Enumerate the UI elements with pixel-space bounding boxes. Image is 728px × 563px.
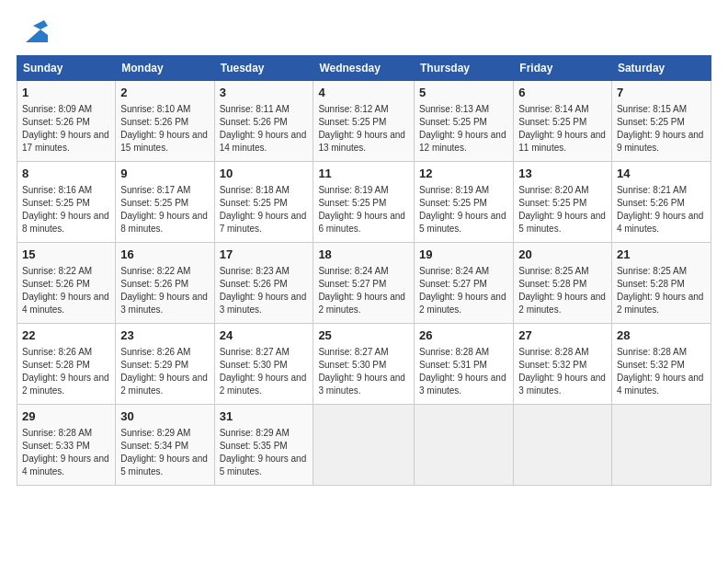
day-number: 12 <box>419 166 508 182</box>
calendar-cell-day-22: 22 Sunrise: 8:26 AM Sunset: 5:28 PM Dayl… <box>17 324 116 405</box>
sunrise: Sunrise: 8:25 AM <box>518 266 588 276</box>
day-number: 24 <box>220 327 309 344</box>
sunrise: Sunrise: 8:24 AM <box>318 266 388 276</box>
empty-cell <box>611 405 711 486</box>
calendar-week-4: 29 Sunrise: 8:28 AM Sunset: 5:33 PM Dayl… <box>17 405 711 486</box>
day-number: 16 <box>120 247 209 263</box>
empty-cell <box>313 405 415 486</box>
day-number: 29 <box>22 408 110 425</box>
sunrise: Sunrise: 8:23 AM <box>220 266 290 276</box>
daylight: Daylight: 9 hours and 5 minutes. <box>220 454 307 477</box>
calendar-body: 1 Sunrise: 8:09 AM Sunset: 5:26 PM Dayli… <box>17 81 711 486</box>
daylight: Daylight: 9 hours and 4 minutes. <box>617 373 704 396</box>
sunrise: Sunrise: 8:26 AM <box>120 347 190 357</box>
daylight: Daylight: 9 hours and 2 minutes. <box>220 373 307 396</box>
day-number: 25 <box>318 327 409 344</box>
sunrise: Sunrise: 8:25 AM <box>617 266 687 276</box>
sunset: Sunset: 5:25 PM <box>419 117 487 127</box>
sunrise: Sunrise: 8:24 AM <box>419 266 489 276</box>
calendar-cell-day-1: 1 Sunrise: 8:09 AM Sunset: 5:26 PM Dayli… <box>17 81 116 162</box>
daylight: Daylight: 9 hours and 7 minutes. <box>220 211 307 234</box>
day-header-sunday: Sunday <box>17 56 116 81</box>
calendar-cell-day-7: 7 Sunrise: 8:15 AM Sunset: 5:25 PM Dayli… <box>611 81 711 162</box>
day-number: 9 <box>120 166 209 182</box>
calendar-cell-day-28: 28 Sunrise: 8:28 AM Sunset: 5:32 PM Dayl… <box>611 324 711 405</box>
daylight: Daylight: 9 hours and 2 minutes. <box>318 292 405 315</box>
empty-cell <box>414 405 513 486</box>
daylight: Daylight: 9 hours and 2 minutes. <box>518 292 606 315</box>
page: SundayMondayTuesdayWednesdayThursdayFrid… <box>0 0 728 563</box>
calendar-cell-day-6: 6 Sunrise: 8:14 AM Sunset: 5:25 PM Dayli… <box>514 81 612 162</box>
daylight: Daylight: 9 hours and 6 minutes. <box>318 211 405 234</box>
sunset: Sunset: 5:26 PM <box>120 117 188 127</box>
daylight: Daylight: 9 hours and 3 minutes. <box>120 292 208 315</box>
day-header-thursday: Thursday <box>414 56 513 81</box>
sunset: Sunset: 5:32 PM <box>518 360 586 370</box>
sunset: Sunset: 5:25 PM <box>220 198 288 208</box>
daylight: Daylight: 9 hours and 3 minutes. <box>419 373 506 396</box>
sunrise: Sunrise: 8:14 AM <box>518 104 588 114</box>
sunset: Sunset: 5:26 PM <box>120 279 188 289</box>
calendar-cell-day-2: 2 Sunrise: 8:10 AM Sunset: 5:26 PM Dayli… <box>116 81 214 162</box>
day-number: 20 <box>518 247 607 263</box>
calendar-cell-day-8: 8 Sunrise: 8:16 AM Sunset: 5:25 PM Dayli… <box>17 162 116 243</box>
calendar-cell-day-4: 4 Sunrise: 8:12 AM Sunset: 5:25 PM Dayli… <box>313 81 415 162</box>
sunset: Sunset: 5:25 PM <box>22 198 90 208</box>
daylight: Daylight: 9 hours and 4 minutes. <box>617 211 704 234</box>
day-number: 27 <box>518 327 607 344</box>
daylight: Daylight: 9 hours and 15 minutes. <box>120 130 208 153</box>
sunset: Sunset: 5:26 PM <box>22 279 90 289</box>
daylight: Daylight: 9 hours and 5 minutes. <box>419 211 506 234</box>
daylight: Daylight: 9 hours and 3 minutes. <box>220 292 307 315</box>
daylight: Daylight: 9 hours and 14 minutes. <box>220 130 307 153</box>
sunset: Sunset: 5:25 PM <box>318 117 386 127</box>
sunset: Sunset: 5:26 PM <box>220 117 288 127</box>
sunrise: Sunrise: 8:10 AM <box>120 104 190 114</box>
sunrise: Sunrise: 8:16 AM <box>22 185 92 195</box>
daylight: Daylight: 9 hours and 5 minutes. <box>120 454 208 477</box>
day-header-saturday: Saturday <box>611 56 711 81</box>
day-header-friday: Friday <box>514 56 612 81</box>
sunset: Sunset: 5:30 PM <box>318 360 386 370</box>
sunrise: Sunrise: 8:27 AM <box>318 347 388 357</box>
daylight: Daylight: 9 hours and 4 minutes. <box>22 454 109 477</box>
calendar-cell-day-10: 10 Sunrise: 8:18 AM Sunset: 5:25 PM Dayl… <box>214 162 313 243</box>
daylight: Daylight: 9 hours and 2 minutes. <box>617 292 704 315</box>
day-number: 19 <box>419 247 508 263</box>
calendar-week-2: 15 Sunrise: 8:22 AM Sunset: 5:26 PM Dayl… <box>17 243 711 324</box>
day-number: 17 <box>220 247 309 263</box>
day-number: 23 <box>120 327 209 344</box>
sunset: Sunset: 5:30 PM <box>220 360 288 370</box>
sunrise: Sunrise: 8:13 AM <box>419 104 489 114</box>
header <box>17 17 711 46</box>
day-number: 1 <box>22 85 110 101</box>
calendar-cell-day-14: 14 Sunrise: 8:21 AM Sunset: 5:26 PM Dayl… <box>611 162 711 243</box>
sunset: Sunset: 5:28 PM <box>617 279 685 289</box>
calendar-cell-day-25: 25 Sunrise: 8:27 AM Sunset: 5:30 PM Dayl… <box>313 324 415 405</box>
day-number: 13 <box>518 166 607 182</box>
sunrise: Sunrise: 8:29 AM <box>120 428 190 438</box>
logo-icon <box>18 17 48 46</box>
calendar-cell-day-30: 30 Sunrise: 8:29 AM Sunset: 5:34 PM Dayl… <box>116 405 214 486</box>
day-number: 18 <box>318 247 409 263</box>
sunset: Sunset: 5:33 PM <box>22 441 90 451</box>
daylight: Daylight: 9 hours and 3 minutes. <box>518 373 606 396</box>
calendar-cell-day-12: 12 Sunrise: 8:19 AM Sunset: 5:25 PM Dayl… <box>414 162 513 243</box>
sunset: Sunset: 5:26 PM <box>220 279 288 289</box>
calendar-header-row: SundayMondayTuesdayWednesdayThursdayFrid… <box>17 56 711 81</box>
sunset: Sunset: 5:29 PM <box>120 360 188 370</box>
day-number: 2 <box>120 85 209 101</box>
calendar-cell-day-19: 19 Sunrise: 8:24 AM Sunset: 5:27 PM Dayl… <box>414 243 513 324</box>
daylight: Daylight: 9 hours and 2 minutes. <box>419 292 506 315</box>
day-number: 5 <box>419 85 508 101</box>
calendar-cell-day-21: 21 Sunrise: 8:25 AM Sunset: 5:28 PM Dayl… <box>611 243 711 324</box>
calendar-cell-day-24: 24 Sunrise: 8:27 AM Sunset: 5:30 PM Dayl… <box>214 324 313 405</box>
daylight: Daylight: 9 hours and 12 minutes. <box>419 130 506 153</box>
day-number: 14 <box>617 166 706 182</box>
sunset: Sunset: 5:34 PM <box>120 441 188 451</box>
sunrise: Sunrise: 8:28 AM <box>617 347 687 357</box>
sunrise: Sunrise: 8:26 AM <box>22 347 92 357</box>
sunset: Sunset: 5:28 PM <box>518 279 586 289</box>
calendar-cell-day-9: 9 Sunrise: 8:17 AM Sunset: 5:25 PM Dayli… <box>116 162 214 243</box>
calendar-cell-day-31: 31 Sunrise: 8:29 AM Sunset: 5:35 PM Dayl… <box>214 405 313 486</box>
